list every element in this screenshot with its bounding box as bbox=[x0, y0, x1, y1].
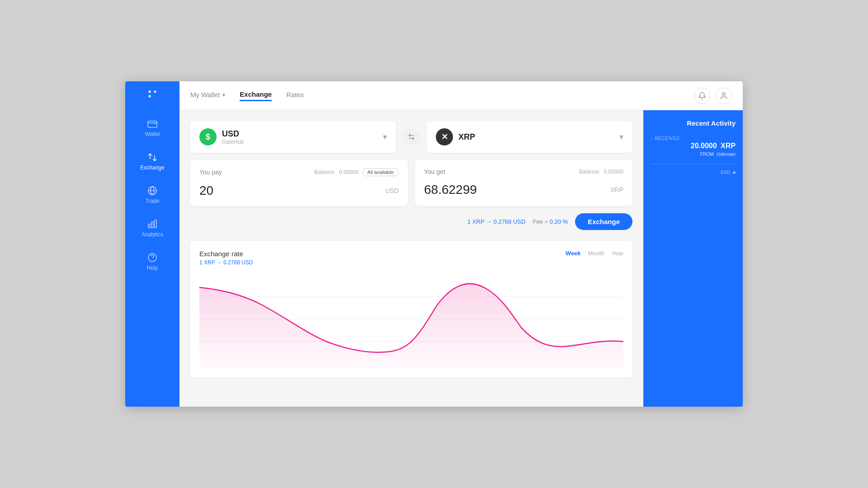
arrow-down-icon: ↓ bbox=[651, 136, 653, 141]
header-my-wallet-label: My Wallet bbox=[190, 91, 220, 99]
logo bbox=[148, 90, 156, 99]
you-get-balance-label: Balance: bbox=[579, 169, 600, 175]
exchange-panel: $ USD GateHub ▾ bbox=[179, 110, 643, 407]
you-get-header: You get Balance: 0.00000 bbox=[424, 168, 623, 175]
you-pay-label: You pay bbox=[199, 169, 222, 176]
swap-button[interactable] bbox=[403, 129, 420, 145]
usd-icon: $ bbox=[199, 128, 217, 145]
logo-dot bbox=[148, 90, 151, 93]
sidebar-item-help[interactable]: Help bbox=[125, 247, 179, 277]
svg-rect-4 bbox=[155, 220, 156, 228]
all-available-button[interactable]: All available bbox=[362, 168, 399, 176]
header-nav-my-wallet[interactable]: My Wallet ▾ bbox=[190, 91, 225, 100]
main-content: My Wallet ▾ Exchange Rates bbox=[179, 81, 743, 407]
time-filter-month[interactable]: Month bbox=[588, 250, 604, 257]
usd-symbol: $ bbox=[206, 132, 210, 142]
body-area: $ USD GateHub ▾ bbox=[179, 110, 743, 407]
sidebar-nav: Wallet Exchange Trade bbox=[125, 113, 179, 277]
you-pay-currency: USD bbox=[385, 187, 399, 194]
header-nav: My Wallet ▾ Exchange Rates bbox=[190, 90, 694, 101]
activity-item: ↓ RECEIVED 20.0000 XRP FROM Unknown bbox=[651, 136, 736, 157]
exchange-icon bbox=[147, 152, 158, 163]
svg-rect-0 bbox=[148, 121, 157, 127]
bell-icon bbox=[698, 92, 706, 100]
svg-rect-3 bbox=[151, 222, 153, 228]
rate-chart-title: Exchange rate bbox=[199, 250, 253, 258]
to-currency-chevron: ▾ bbox=[619, 132, 623, 142]
you-get-balance: Balance: 0.00000 bbox=[579, 169, 623, 175]
sidebar-item-analytics[interactable]: Analytics bbox=[125, 213, 179, 243]
chart-area bbox=[199, 269, 623, 369]
profile-button[interactable] bbox=[716, 88, 732, 104]
you-pay-amount-row: 20 USD bbox=[199, 183, 399, 198]
xrp-symbol: ✕ bbox=[441, 132, 448, 142]
header-icons bbox=[694, 88, 732, 104]
chevron-down-icon: ▾ bbox=[222, 92, 225, 98]
header-nav-exchange[interactable]: Exchange bbox=[240, 90, 272, 101]
to-currency-name: XRP bbox=[458, 132, 475, 142]
to-currency-info: ✕ XRP bbox=[436, 128, 475, 145]
end-dot bbox=[733, 171, 736, 174]
sidebar-label-help: Help bbox=[147, 265, 158, 271]
amount-cards: You pay Balance: 0.00000 All available 2… bbox=[190, 160, 632, 206]
from-currency-issuer: GateHub bbox=[222, 139, 244, 145]
from-currency-text: USD GateHub bbox=[222, 129, 244, 145]
chart-svg bbox=[199, 269, 623, 369]
recent-activity-panel: Recent Activity ↓ RECEIVED 20.0000 XRP F… bbox=[643, 110, 743, 407]
activity-title: Recent Activity bbox=[651, 119, 736, 127]
header-rates-label: Rates bbox=[286, 91, 304, 99]
user-icon bbox=[720, 92, 728, 100]
rate-chart-card: Exchange rate 1 XRP → 0.2768 USD Week Mo… bbox=[190, 241, 632, 378]
rate-row: 1 XRP → 0.2768 USD Fee = 0.20 % Exchange bbox=[190, 213, 632, 230]
time-filter-year[interactable]: Year bbox=[612, 250, 623, 257]
you-get-label: You get bbox=[424, 168, 445, 175]
fee-text: Fee = 0.20 % bbox=[533, 218, 568, 225]
to-currency-card[interactable]: ✕ XRP ▾ bbox=[427, 121, 632, 153]
help-icon bbox=[147, 252, 158, 263]
end-label: END bbox=[721, 170, 730, 175]
you-get-currency: XRP bbox=[610, 186, 623, 193]
you-pay-balance-value: 0.00000 bbox=[339, 169, 359, 175]
wallet-icon bbox=[147, 118, 158, 129]
sidebar-item-exchange[interactable]: Exchange bbox=[125, 146, 179, 176]
you-get-card: You get Balance: 0.00000 68.62299 XRP bbox=[415, 160, 632, 206]
to-currency-text: XRP bbox=[458, 132, 475, 142]
swap-icon bbox=[408, 133, 415, 141]
logo-dots bbox=[148, 90, 156, 98]
notification-button[interactable] bbox=[694, 88, 710, 104]
logo-dot bbox=[154, 90, 156, 93]
time-filter-week[interactable]: Week bbox=[566, 250, 581, 257]
you-get-amount-row: 68.62299 XRP bbox=[424, 183, 623, 197]
app-window: Wallet Exchange Trade bbox=[125, 81, 743, 407]
activity-amount: 20.0000 XRP bbox=[651, 142, 736, 150]
sidebar-item-wallet[interactable]: Wallet bbox=[125, 113, 179, 143]
you-get-balance-value: 0.00000 bbox=[604, 169, 623, 175]
exchange-rate-text: 1 XRP → 0.2768 USD bbox=[467, 218, 525, 225]
sidebar-item-trade[interactable]: Trade bbox=[125, 180, 179, 210]
rate-chart-title-group: Exchange rate 1 XRP → 0.2768 USD bbox=[199, 250, 253, 266]
exchange-button[interactable]: Exchange bbox=[575, 213, 632, 230]
header-exchange-label: Exchange bbox=[240, 90, 272, 98]
header: My Wallet ▾ Exchange Rates bbox=[179, 81, 743, 110]
you-get-amount: 68.62299 bbox=[424, 183, 477, 197]
from-currency-card[interactable]: $ USD GateHub ▾ bbox=[190, 121, 396, 153]
sidebar-label-analytics: Analytics bbox=[142, 231, 163, 238]
trade-icon bbox=[147, 185, 158, 196]
xrp-icon: ✕ bbox=[436, 128, 453, 145]
you-pay-amount: 20 bbox=[199, 183, 213, 198]
from-currency-chevron: ▾ bbox=[383, 132, 387, 142]
activity-divider bbox=[651, 164, 736, 164]
activity-from: FROM Unknown bbox=[651, 152, 736, 157]
header-nav-rates[interactable]: Rates bbox=[286, 91, 304, 100]
you-pay-balance: Balance: 0.00000 All available bbox=[314, 168, 399, 176]
from-currency-name: USD bbox=[222, 129, 244, 139]
you-pay-balance-label: Balance: bbox=[314, 169, 335, 175]
logo-dot bbox=[148, 95, 151, 98]
you-pay-card: You pay Balance: 0.00000 All available 2… bbox=[190, 160, 408, 206]
activity-end: END bbox=[651, 170, 736, 175]
svg-rect-2 bbox=[148, 224, 150, 228]
svg-point-6 bbox=[722, 93, 725, 95]
analytics-icon bbox=[147, 219, 158, 230]
sidebar-label-exchange: Exchange bbox=[140, 164, 164, 171]
sidebar-label-trade: Trade bbox=[146, 198, 160, 204]
